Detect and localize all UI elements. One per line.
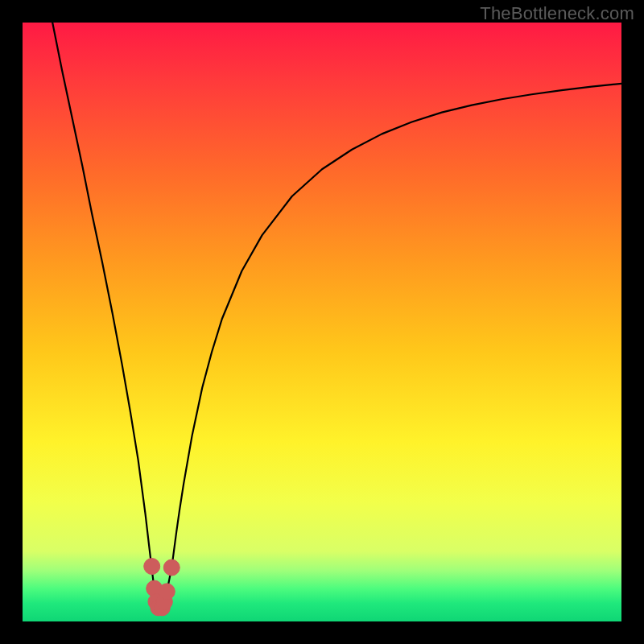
chart-frame: TheBottleneck.com [0, 0, 644, 644]
plot-area [23, 23, 621, 621]
chart-svg [23, 23, 621, 621]
minimum-marker [159, 584, 175, 600]
minimum-marker [163, 559, 180, 576]
minimum-marker [144, 559, 160, 575]
watermark-text: TheBottleneck.com [480, 3, 634, 24]
gradient-background [23, 23, 621, 621]
